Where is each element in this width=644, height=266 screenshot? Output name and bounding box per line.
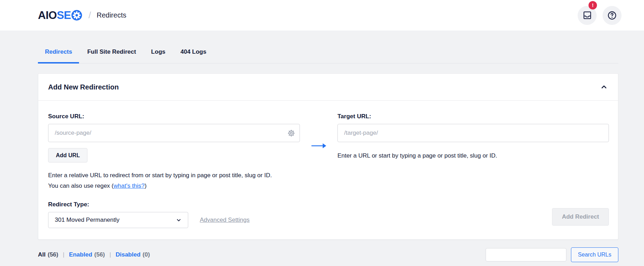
search-urls-input[interactable]	[486, 248, 566, 261]
source-url-input[interactable]	[48, 124, 300, 142]
chevron-down-icon	[175, 217, 182, 224]
filter-all-count: (56)	[48, 251, 58, 258]
search-urls-button[interactable]: Search URLs	[571, 247, 618, 262]
filter-all-link[interactable]: All	[38, 251, 46, 258]
filter-enabled-link[interactable]: Enabled	[69, 251, 92, 258]
target-url-label: Target URL:	[337, 113, 609, 120]
add-new-redirection-panel: Add New Redirection Source URL:	[38, 73, 618, 240]
filter-disabled-count: (0)	[143, 251, 150, 258]
notification-count-badge: !	[589, 1, 597, 9]
source-url-label: Source URL:	[48, 113, 300, 120]
source-column: Source URL: Add URL Enter a relative URL…	[48, 113, 300, 228]
tab-redirects[interactable]: Redirects	[38, 48, 79, 64]
filter-enabled-count: (56)	[94, 251, 105, 258]
redirects-tab-bar: Redirects Full Site Redirect Logs 404 Lo…	[38, 31, 618, 64]
target-column: Target URL: Enter a URL or start by typi…	[337, 113, 609, 228]
tab-full-site-redirect[interactable]: Full Site Redirect	[80, 48, 143, 64]
source-help-line2-prefix: You can also use regex (	[48, 182, 114, 189]
redirects-filter-bar: All (56) | Enabled (56) | Disabled (0) S…	[38, 247, 618, 262]
filter-separator: |	[63, 251, 64, 258]
source-help-line1: Enter a relative URL to redirect from or…	[48, 172, 272, 179]
filter-separator: |	[110, 251, 111, 258]
source-url-options-gear-icon[interactable]	[287, 129, 295, 137]
add-redirect-button[interactable]: Add Redirect	[552, 208, 609, 226]
redirect-type-select[interactable]: 301 Moved Permanently	[48, 212, 188, 228]
panel-title: Add New Redirection	[48, 83, 119, 91]
logo-text-aio: AIO	[38, 9, 57, 22]
logo-text-se: SE	[57, 9, 71, 22]
redirect-type-selected-value: 301 Moved Permanently	[55, 217, 119, 224]
notifications-button[interactable]: !	[578, 6, 597, 25]
logo-gear-icon	[71, 10, 82, 21]
whats-this-link[interactable]: what's this?	[114, 182, 145, 189]
search-area: Search URLs	[486, 247, 618, 262]
help-button[interactable]	[603, 6, 622, 25]
add-url-button[interactable]: Add URL	[48, 148, 87, 162]
page-title: Redirects	[97, 11, 126, 19]
chevron-up-icon[interactable]	[600, 83, 608, 91]
inbox-tray-icon	[583, 11, 592, 20]
question-mark-icon	[607, 11, 617, 20]
status-filter-links: All (56) | Enabled (56) | Disabled (0)	[38, 251, 150, 258]
tab-404-logs[interactable]: 404 Logs	[173, 48, 213, 64]
advanced-settings-link[interactable]: Advanced Settings	[200, 217, 250, 224]
tab-logs[interactable]: Logs	[144, 48, 172, 64]
redirect-type-label: Redirect Type:	[48, 201, 300, 208]
aioseo-logo: AIOSE	[38, 9, 82, 22]
redirect-arrow-column	[300, 113, 337, 228]
filter-disabled-link[interactable]: Disabled	[116, 251, 140, 258]
breadcrumb-separator: /	[88, 10, 91, 21]
source-help-line2-suffix: )	[145, 182, 147, 189]
source-help-text: Enter a relative URL to redirect from or…	[48, 170, 300, 191]
target-help-text: Enter a URL or start by typing a page or…	[337, 152, 609, 159]
target-url-input[interactable]	[337, 124, 609, 142]
app-header: AIOSE / Redirects	[0, 0, 644, 31]
panel-header-toggle[interactable]: Add New Redirection	[38, 74, 618, 101]
right-arrow-icon	[311, 143, 327, 228]
